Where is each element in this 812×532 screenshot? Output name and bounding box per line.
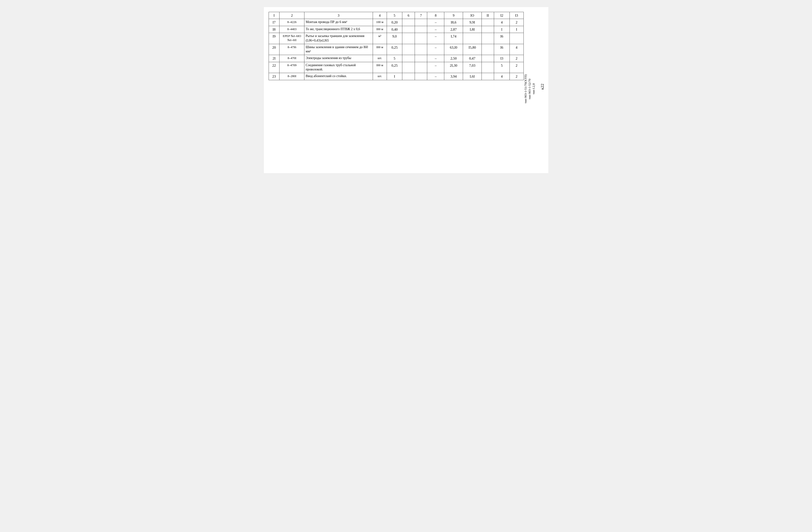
table-cell (402, 62, 415, 73)
table-cell (415, 26, 427, 33)
table-cell: – (427, 73, 444, 80)
side-label-line3: тип I.2,8 (532, 84, 536, 95)
table-row: I78–4226Монтаж провода ПР до 6 мм²100 м0… (269, 19, 523, 26)
table-cell: 2 (509, 19, 523, 26)
table-cell (402, 26, 415, 33)
col-header-1: I (269, 12, 279, 19)
table-cell-desc: Ввод абонентский со стойки. (304, 73, 373, 80)
table-cell: 2,87 (444, 26, 463, 33)
table-row: I88–4403То же, трансляционного ПТВЖ 2 х … (269, 26, 523, 33)
table-cell: I (387, 73, 402, 80)
table-cell (481, 73, 494, 80)
table-cell: – (427, 33, 444, 44)
table-cell: 2 (509, 73, 523, 80)
table-cell-unit: I00 м (373, 62, 387, 73)
table-cell-unit: шт. (373, 55, 387, 62)
table-cell (481, 19, 494, 26)
table-cell-desc: Рытье и засыпка траншеи для заземления (… (304, 33, 373, 44)
col-header-9: 9 (444, 12, 463, 19)
table-cell: – (427, 55, 444, 62)
table-cell (402, 19, 415, 26)
main-table: I 2 3 4 5 6 7 8 9 IO II I2 I3 I78–4226Мо… (269, 12, 524, 80)
table-cell: 5 (494, 62, 510, 73)
side-label: тип 903-1-51/70(ХТП) тип 903-1-52/70 тип… (524, 12, 546, 168)
table-cell-unit: шт. (373, 73, 387, 80)
table-cell: 9,9I (463, 19, 482, 26)
table-cell: I,6I (463, 73, 482, 80)
table-cell: 4 (494, 19, 510, 26)
table-cell: I7 (269, 19, 279, 26)
col-header-10: IO (463, 12, 482, 19)
col-header-12: I2 (494, 12, 510, 19)
table-cell: 0,40 (387, 26, 402, 33)
table-cell: 63,I0 (444, 44, 463, 55)
table-cell: 2,50 (444, 55, 463, 62)
table-cell (481, 44, 494, 55)
table-row: 228–4709Соединение газовых труб стальной… (269, 62, 523, 73)
table-cell (481, 55, 494, 62)
table-cell (481, 62, 494, 73)
table-cell (481, 26, 494, 33)
table-cell: 0,20 (387, 19, 402, 26)
col-header-8: 8 (427, 12, 444, 19)
table-cell (402, 55, 415, 62)
table-cell: I,74 (444, 33, 463, 44)
table-cell-unit: 100 м (373, 19, 387, 26)
table-cell-code: 8–4709 (279, 62, 304, 73)
table-cell (415, 73, 427, 80)
table-cell: I9 (269, 33, 279, 44)
table-cell: 2I,30 (444, 62, 463, 73)
table-cell-desc: То же, трансляционного ПТВЖ 2 х 0,6 (304, 26, 373, 33)
table-cell: 2I (269, 55, 279, 62)
table-cell: 2 (509, 55, 523, 62)
table-cell: – (427, 44, 444, 55)
header-row: I 2 3 4 5 6 7 8 9 IO II I2 I3 (269, 12, 523, 19)
table-cell: I (494, 26, 510, 33)
table-cell: I (509, 26, 523, 33)
col-header-4: 4 (373, 12, 387, 19)
table-cell (402, 33, 415, 44)
table-cell-unit: I00 м (373, 44, 387, 55)
table-row: 208–47I6Шины заземления в здании сечение… (269, 44, 523, 55)
table-cell (415, 19, 427, 26)
table-cell: I8,6 (444, 19, 463, 26)
col-header-5: 5 (387, 12, 402, 19)
table-cell: I8 (269, 26, 279, 33)
col-header-2: 2 (279, 12, 304, 19)
table-cell (481, 33, 494, 44)
table-cell: I3 (494, 55, 510, 62)
side-label-line2: тип 903-1-52/70 (528, 78, 532, 99)
table-cell-code: 8–4226 (279, 19, 304, 26)
table-cell-desc: Шины заземления в здании сечением до I60… (304, 44, 373, 55)
table-cell: – (427, 19, 444, 26)
table-cell-code: 8–470I (279, 55, 304, 62)
table-cell: 23 (269, 73, 279, 80)
table-cell: 7,03 (463, 62, 482, 73)
table-area: I 2 3 4 5 6 7 8 9 IO II I2 I3 I78–4226Мо… (269, 12, 524, 168)
table-cell-code: 8–4403 (279, 26, 304, 33)
side-label-right: к22 (540, 84, 545, 89)
table-cell-desc: Электроды заземления из трубы (304, 55, 373, 62)
table-cell-unit: I00 м (373, 26, 387, 33)
table-cell: 3,94 (444, 73, 463, 80)
table-cell: I,8I (463, 26, 482, 33)
table-cell (415, 44, 427, 55)
table-row: 238–280IВвод абонентский со стойки.шт.I–… (269, 73, 523, 80)
table-cell: – (427, 26, 444, 33)
col-header-7: 7 (415, 12, 427, 19)
table-cell: 4 (494, 73, 510, 80)
table-cell: 22 (269, 62, 279, 73)
table-cell (415, 62, 427, 73)
table-cell (402, 44, 415, 55)
col-header-6: 6 (402, 12, 415, 19)
table-cell (415, 55, 427, 62)
table-cell: I6 (494, 44, 510, 55)
col-header-11: II (481, 12, 494, 19)
col-header-13: I3 (509, 12, 523, 19)
table-cell: I5,80 (463, 44, 482, 55)
table-cell: 9,0 (387, 33, 402, 44)
table-cell (463, 33, 482, 44)
table-cell-code: 8–280I (279, 73, 304, 80)
table-cell-unit: м³ (373, 33, 387, 44)
table-cell: 20 (269, 44, 279, 55)
